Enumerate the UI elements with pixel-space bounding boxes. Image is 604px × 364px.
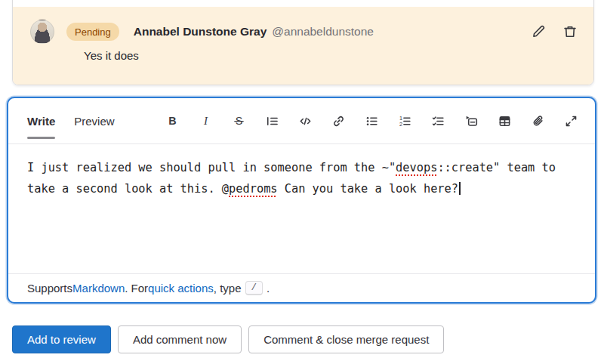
quick-actions-link[interactable]: quick actions: [148, 282, 214, 295]
comment-and-close-button[interactable]: Comment & close merge request: [248, 325, 444, 353]
delete-trash-icon[interactable]: [563, 25, 577, 39]
strikethrough-icon[interactable]: S: [233, 115, 245, 128]
comment-textarea[interactable]: I just realized we should pull in someon…: [8, 144, 595, 273]
table-icon[interactable]: [498, 115, 511, 128]
code-icon[interactable]: [299, 115, 312, 128]
pending-note: Pending Annabel Dunstone Gray @annabeldu…: [13, 7, 593, 85]
author-name[interactable]: Annabel Dunstone Gray: [134, 25, 267, 39]
add-comment-now-button[interactable]: Add comment now: [118, 325, 242, 353]
editor-footer: Supports Markdown. For quick actions, ty…: [8, 273, 595, 302]
markdown-link[interactable]: Markdown: [72, 282, 125, 295]
misspelled-word-pedroms: pedroms: [229, 182, 277, 196]
draft-line-2: take a second look at this. @pedroms Can…: [27, 178, 576, 199]
tab-write[interactable]: Write: [27, 98, 55, 144]
attach-file-icon[interactable]: [532, 115, 544, 128]
footer-text: Supports: [27, 282, 72, 295]
italic-icon[interactable]: I: [199, 115, 212, 128]
comment-actions-row: Add to review Add comment now Comment & …: [12, 325, 444, 353]
task-list-icon[interactable]: [432, 115, 445, 128]
note-body-text: Yes it does: [84, 49, 577, 62]
discussion-thread-card: Pending Annabel Dunstone Gray @annabeldu…: [12, 0, 594, 85]
slash-key-hint: /: [245, 281, 263, 295]
formatting-toolbar: B I S: [166, 115, 578, 128]
misspelled-word-devops: devops: [396, 161, 437, 174]
bullet-list-icon[interactable]: [365, 115, 378, 128]
quote-icon[interactable]: [266, 115, 279, 128]
collapsible-section-icon[interactable]: [465, 115, 478, 128]
note-header: Pending Annabel Dunstone Gray @annabeldu…: [30, 20, 577, 44]
link-icon[interactable]: [332, 115, 345, 128]
svg-text:B: B: [168, 115, 176, 127]
pending-badge: Pending: [66, 23, 119, 41]
bold-icon[interactable]: B: [166, 115, 179, 128]
svg-text:I: I: [203, 115, 208, 127]
tab-preview[interactable]: Preview: [74, 98, 114, 144]
draft-line-1: I just realized we should pull in someon…: [27, 157, 576, 178]
svg-text:2: 2: [399, 121, 402, 128]
fullscreen-icon[interactable]: [565, 115, 578, 128]
editor-toolbar: Write Preview B I S: [8, 98, 595, 144]
add-to-review-button[interactable]: Add to review: [12, 325, 111, 353]
note-actions: [532, 25, 577, 39]
merge-request-comment-area: Pending Annabel Dunstone Gray @annabeldu…: [0, 0, 604, 364]
text-caret: [459, 182, 461, 195]
comment-editor: Write Preview B I S: [7, 97, 596, 304]
author-handle[interactable]: @annabeldunstone: [272, 25, 374, 39]
numbered-list-icon[interactable]: 12: [399, 115, 411, 128]
edit-pencil-icon[interactable]: [532, 25, 545, 39]
avatar[interactable]: [30, 20, 54, 44]
